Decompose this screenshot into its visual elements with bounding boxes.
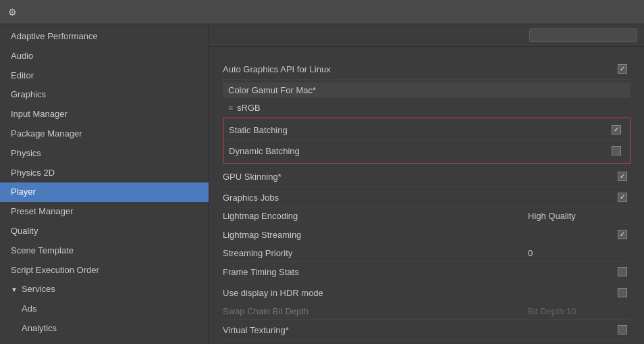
setting-label-gpu-skinning: GPU Skinning*	[223, 172, 614, 182]
sidebar-item-ads[interactable]: Ads	[0, 299, 209, 319]
setting-label-swap-chain-bit-depth: Swap Chain Bit Depth	[223, 306, 522, 316]
checkbox-container-static-batching	[608, 122, 624, 138]
title-bar: ⚙	[0, 0, 644, 24]
sidebar-item-preset-manager[interactable]: Preset Manager	[0, 202, 209, 222]
checkbox-use-display-hdr[interactable]	[618, 288, 627, 297]
sidebar-item-services[interactable]: ▼Services	[0, 280, 209, 299]
settings-table: Auto Graphics API for LinuxColor Gamut F…	[209, 59, 644, 344]
page-title	[209, 47, 644, 59]
setting-row-swap-chain-bit-depth: Swap Chain Bit DepthBit Depth 10	[223, 303, 630, 320]
sidebar-item-editor[interactable]: Editor	[0, 66, 209, 86]
search-bar	[209, 24, 644, 47]
setting-row-virtual-texturing: Virtual Texturing*	[223, 320, 630, 341]
checkbox-gpu-skinning[interactable]	[618, 172, 627, 181]
setting-row-static-batching: Static Batching	[223, 120, 630, 141]
checkbox-graphics-jobs[interactable]	[618, 193, 627, 202]
setting-label-graphics-jobs: Graphics Jobs	[223, 193, 614, 203]
checkbox-container-gpu-skinning	[614, 168, 630, 185]
checkbox-static-batching[interactable]	[612, 125, 621, 134]
sidebar-item-script-execution-order[interactable]: Script Execution Order	[0, 261, 209, 280]
setting-row-use-display-hdr: Use display in HDR mode	[223, 282, 630, 303]
checkbox-container-frame-timing-stats	[614, 264, 630, 280]
search-input[interactable]	[529, 28, 637, 42]
main-area: Adaptive PerformanceAudioEditorGraphicsI…	[0, 24, 644, 344]
sidebar-item-analytics[interactable]: Analytics	[0, 319, 209, 339]
setting-value-lightmap-encoding[interactable]: High Quality	[522, 211, 630, 221]
sidebar-item-quality[interactable]: Quality	[0, 222, 209, 241]
sidebar-item-adaptive-performance[interactable]: Adaptive Performance	[0, 27, 209, 47]
setting-row-lightmap-streaming: Lightmap Streaming	[223, 224, 630, 245]
srgb-row: ≡sRGB	[223, 101, 630, 115]
checkbox-container-virtual-texturing	[614, 322, 630, 338]
setting-label-virtual-texturing: Virtual Texturing*	[223, 325, 614, 335]
setting-row-dynamic-batching: Dynamic Batching	[223, 141, 630, 162]
setting-value-streaming-priority[interactable]: 0	[522, 248, 630, 258]
sidebar-item-physics-2d[interactable]: Physics 2D	[0, 164, 209, 183]
checkbox-container-lightmap-streaming	[614, 226, 630, 243]
sidebar-item-input-manager[interactable]: Input Manager	[0, 105, 209, 124]
checkbox-container-auto-graphics-api	[614, 61, 630, 77]
sidebar-item-graphics[interactable]: Graphics	[0, 85, 209, 105]
setting-label-static-batching: Static Batching	[229, 125, 608, 135]
setting-row-frame-timing-stats: Frame Timing Stats	[223, 262, 630, 282]
sidebar-item-player[interactable]: Player	[0, 182, 209, 202]
sidebar-item-scene-template[interactable]: Scene Template	[0, 241, 209, 261]
checkbox-frame-timing-stats[interactable]	[618, 267, 627, 276]
setting-label-auto-graphics-api: Auto Graphics API for Linux	[223, 64, 614, 74]
arrow-icon: ▼	[11, 285, 18, 295]
checkbox-auto-graphics-api[interactable]	[618, 64, 627, 74]
setting-row-streaming-priority: Streaming Priority0	[223, 245, 630, 262]
section-header-color-gamut-header: Color Gamut For Mac*	[223, 82, 630, 98]
sidebar-item-audio[interactable]: Audio	[0, 47, 209, 66]
checkbox-container-graphics-jobs	[614, 189, 630, 205]
sidebar-item-cloud-build[interactable]: Cloud Build	[0, 339, 209, 344]
content-area: Auto Graphics API for LinuxColor Gamut F…	[209, 24, 644, 344]
settings-icon: ⚙	[8, 7, 19, 18]
setting-row-shader-precision: Shader precision model*Use platform defa…	[223, 341, 630, 344]
setting-label-lightmap-encoding: Lightmap Encoding	[223, 211, 522, 221]
drag-handle-icon: ≡	[228, 103, 233, 113]
sidebar: Adaptive PerformanceAudioEditorGraphicsI…	[0, 24, 209, 344]
setting-label-lightmap-streaming: Lightmap Streaming	[223, 230, 614, 240]
checkbox-container-use-display-hdr	[614, 285, 630, 301]
setting-label-use-display-hdr: Use display in HDR mode	[223, 288, 614, 298]
sidebar-item-package-manager[interactable]: Package Manager	[0, 124, 209, 144]
setting-row-auto-graphics-api: Auto Graphics API for Linux	[223, 59, 630, 80]
checkbox-container-dynamic-batching	[608, 143, 624, 159]
checkbox-virtual-texturing[interactable]	[618, 325, 627, 335]
setting-row-lightmap-encoding: Lightmap EncodingHigh Quality	[223, 208, 630, 224]
checkbox-dynamic-batching[interactable]	[612, 146, 621, 155]
setting-row-gpu-skinning: GPU Skinning*	[223, 166, 630, 187]
setting-label-streaming-priority: Streaming Priority	[223, 248, 522, 258]
batch-section: Static BatchingDynamic Batching	[223, 118, 630, 164]
setting-value-swap-chain-bit-depth[interactable]: Bit Depth 10	[522, 306, 630, 316]
sidebar-item-physics[interactable]: Physics	[0, 144, 209, 164]
setting-label-dynamic-batching: Dynamic Batching	[229, 146, 608, 156]
checkbox-lightmap-streaming[interactable]	[618, 230, 627, 239]
setting-row-graphics-jobs: Graphics Jobs	[223, 187, 630, 208]
setting-label-frame-timing-stats: Frame Timing Stats	[223, 267, 614, 277]
